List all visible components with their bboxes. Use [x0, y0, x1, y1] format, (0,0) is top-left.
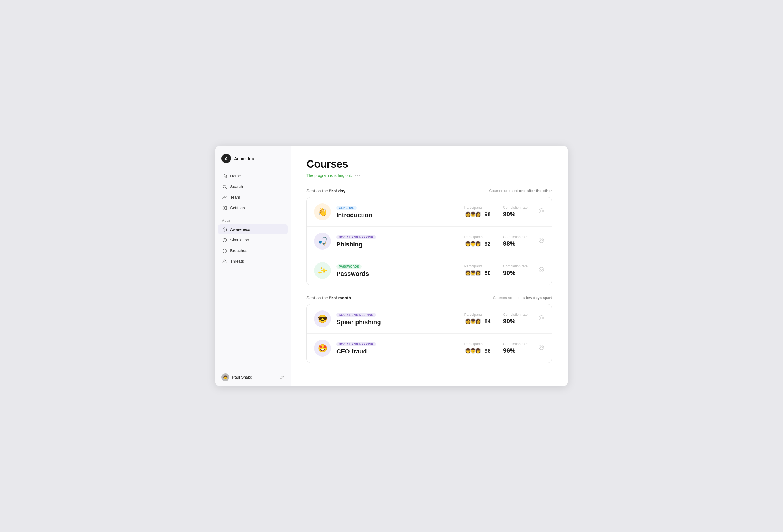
sidebar-item-label: Team: [230, 195, 240, 199]
participants-count: 98: [484, 211, 491, 218]
course-stats-phishing: Participants 👩 👦 👩 92 Completion rate: [465, 235, 528, 247]
participants-count: 84: [484, 318, 491, 325]
course-info-spear-phishing: SOCIAL ENGINEERING Spear phishing: [336, 312, 459, 326]
course-tag-spear-phishing: SOCIAL ENGINEERING: [336, 313, 376, 317]
svg-point-4: [224, 207, 225, 208]
sidebar-item-label: Threats: [230, 259, 244, 264]
course-name-passwords: Passwords: [336, 270, 459, 277]
sidebar-item-team[interactable]: Team: [218, 192, 288, 202]
section2-label: Sent on the first month: [307, 295, 351, 300]
course-info-ceo-fraud: SOCIAL ENGINEERING CEO fraud: [336, 341, 459, 355]
section2-header: Sent on the first month Courses are sent…: [307, 295, 552, 300]
awareness-icon: [222, 227, 227, 232]
participants-count: 92: [484, 240, 491, 247]
completion-label: Completion rate: [503, 235, 528, 239]
sidebar-item-simulation[interactable]: Simulation: [218, 235, 288, 245]
sidebar-item-breaches[interactable]: Breaches: [218, 245, 288, 256]
completion-block: Completion rate 90%: [503, 264, 528, 277]
course-info-passwords: PASSWORDS Passwords: [336, 264, 459, 277]
avatar: 👩: [475, 347, 482, 354]
course-icon-passwords: ✨: [314, 262, 331, 279]
more-options-button[interactable]: ···: [355, 172, 361, 178]
participants-count: 98: [484, 347, 491, 354]
course-stats-spear-phishing: Participants 👩 👦 👩 84 Completion rate: [465, 313, 528, 325]
course-info-phishing: SOCIAL ENGINEERING Phishing: [336, 234, 459, 248]
org-logo[interactable]: A Acme, Inc: [215, 154, 290, 171]
course-tag-passwords: PASSWORDS: [336, 264, 362, 269]
sidebar-footer: 🧑 Paul Snake: [215, 368, 290, 386]
course-name-spear-phishing: Spear phishing: [336, 319, 459, 326]
participants-row: 👩 👦 👩 80: [465, 269, 491, 277]
course-icon-introduction: 👋: [314, 203, 331, 220]
participants-label: Participants: [465, 206, 483, 209]
sidebar-item-settings[interactable]: Settings: [218, 203, 288, 213]
course-name-introduction: Introduction: [336, 211, 459, 219]
svg-point-15: [540, 269, 542, 270]
participants-row: 👩 👦 👩 98: [465, 211, 491, 218]
participant-avatars: 👩 👦 👩: [465, 347, 482, 354]
sidebar-item-home[interactable]: Home: [218, 171, 288, 181]
apps-section-label: Apps: [215, 213, 290, 224]
course-name-phishing: Phishing: [336, 241, 459, 248]
completion-rate: 98%: [503, 240, 515, 247]
course-name-ceo-fraud: CEO fraud: [336, 348, 459, 355]
course-row-phishing: 🎣 SOCIAL ENGINEERING Phishing Participan…: [307, 227, 552, 256]
participants-block: Participants 👩 👦 👩 84: [465, 313, 491, 325]
course-row-introduction: 👋 GENERAL Introduction Participants 👩 👦 …: [307, 197, 552, 227]
sidebar-item-label: Home: [230, 174, 241, 178]
participants-label: Participants: [465, 313, 483, 317]
svg-point-16: [539, 316, 544, 321]
course-stats-passwords: Participants 👩 👦 👩 80 Completion rate: [465, 264, 528, 277]
svg-point-14: [539, 267, 544, 272]
search-icon: [222, 184, 227, 189]
user-profile[interactable]: 🧑 Paul Snake: [221, 373, 252, 381]
sidebar-item-threats[interactable]: Threats: [218, 256, 288, 266]
avatar: 👩: [475, 240, 482, 247]
participant-avatars: 👩 👦 👩: [465, 211, 482, 218]
svg-point-19: [540, 346, 542, 348]
completion-block: Completion rate 96%: [503, 342, 528, 354]
svg-point-17: [540, 317, 542, 319]
sidebar-item-awareness[interactable]: Awareness: [218, 224, 288, 234]
course-info-introduction: GENERAL Introduction: [336, 205, 459, 219]
course-action-button[interactable]: [538, 208, 544, 216]
participants-block: Participants 👩 👦 👩 92: [465, 235, 491, 247]
page-title: Courses: [307, 158, 552, 170]
course-action-button[interactable]: [538, 344, 544, 352]
course-action-button[interactable]: [538, 315, 544, 323]
completion-rate: 96%: [503, 347, 515, 354]
sidebar-item-label: Simulation: [230, 238, 249, 242]
svg-point-11: [540, 210, 542, 212]
section1-note: Courses are sent one after the other: [489, 189, 552, 193]
course-row-ceo-fraud: 🤩 SOCIAL ENGINEERING CEO fraud Participa…: [307, 334, 552, 363]
main-nav: Home Search: [215, 171, 290, 213]
course-stats-introduction: Participants 👩 👦 👩 98 Completion rate: [465, 206, 528, 218]
participants-label: Participants: [465, 342, 483, 346]
completion-block: Completion rate 90%: [503, 206, 528, 218]
completion-rate: 90%: [503, 269, 515, 277]
svg-point-2: [223, 196, 224, 197]
course-tag-ceo-fraud: SOCIAL ENGINEERING: [336, 342, 376, 346]
sidebar-item-label: Settings: [230, 206, 245, 210]
settings-icon: [222, 205, 227, 210]
participants-row: 👩 👦 👩 92: [465, 240, 491, 247]
participant-avatars: 👩 👦 👩: [465, 240, 482, 247]
participants-row: 👩 👦 👩 84: [465, 318, 491, 325]
courses-card-month1: 😎 SOCIAL ENGINEERING Spear phishing Part…: [307, 304, 552, 363]
course-action-button[interactable]: [538, 267, 544, 274]
completion-block: Completion rate 98%: [503, 235, 528, 247]
course-stats-ceo-fraud: Participants 👩 👦 👩 98 Completion rate: [465, 342, 528, 354]
avatar: 👩: [475, 318, 482, 325]
participants-block: Participants 👩 👦 👩 98: [465, 206, 491, 218]
sidebar-item-search[interactable]: Search: [218, 181, 288, 192]
course-icon-phishing: 🎣: [314, 233, 331, 250]
main-content: Courses The program is rolling out. ··· …: [291, 146, 568, 386]
course-action-button[interactable]: [538, 237, 544, 245]
participant-avatars: 👩 👦 👩: [465, 269, 482, 277]
completion-block: Completion rate 90%: [503, 313, 528, 325]
section1-label: Sent on the first day: [307, 188, 345, 193]
section2-note: Courses are sent a few days apart: [493, 296, 552, 300]
course-icon-ceo-fraud: 🤩: [314, 340, 331, 357]
logout-button[interactable]: [280, 374, 284, 380]
user-avatar: 🧑: [221, 373, 229, 381]
